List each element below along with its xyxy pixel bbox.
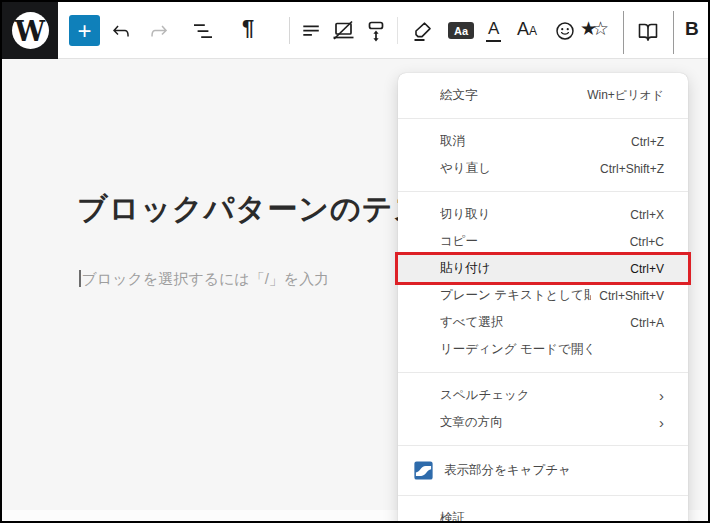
highlighter-button[interactable] [411, 19, 435, 43]
menu-item-label: すべて選択 [440, 314, 622, 331]
toolbar-separator [397, 17, 398, 44]
menu-item-inspect[interactable]: 検証 [398, 505, 688, 523]
menu-item-label: コピー [440, 233, 622, 250]
emoji-button[interactable] [554, 19, 576, 43]
undo-icon [109, 19, 133, 43]
menu-item-shortcut: Ctrl+C [630, 235, 664, 249]
block-placeholder-text: ブロックを選択するには「/」を入力 [82, 270, 330, 287]
align-left-icon [299, 19, 323, 43]
star-filled-icon: ★ [580, 18, 592, 39]
menu-item-reading-mode[interactable]: リーディング モードで開く [398, 336, 688, 363]
menu-item-label: 表示部分をキャプチャ [444, 462, 664, 479]
menu-item-cut[interactable]: 切り取りCtrl+X [398, 201, 688, 228]
menu-item-label: 絵文字 [440, 87, 579, 104]
highlighter-icon [411, 19, 435, 43]
text-style-button[interactable]: Aa [448, 22, 474, 39]
align-text-button[interactable] [299, 19, 323, 43]
menu-item-label: リーディング モードで開く [440, 341, 664, 358]
menu-item-redo[interactable]: やり直しCtrl+Shift+Z [398, 155, 688, 182]
menu-item-label: プレーン テキストとして貼り付ける [440, 287, 591, 304]
submenu-chevron-icon: › [659, 388, 664, 403]
underline-button[interactable]: A [486, 19, 501, 42]
menu-item-label: スペルチェック [440, 387, 651, 404]
menu-item-shortcut: Ctrl+X [630, 208, 664, 222]
open-book-icon [636, 19, 660, 43]
redo-button[interactable] [147, 19, 171, 43]
menu-item-shortcut: Ctrl+Z [631, 135, 664, 149]
wordpress-logo-button[interactable]: W [2, 2, 58, 59]
monitor-slash-icon [330, 18, 356, 44]
menu-item-shortcut: Win+ピリオド [587, 87, 664, 104]
menu-item-label: 取消 [440, 133, 623, 150]
font-size-big-glyph: A [517, 19, 529, 40]
text-caret [79, 270, 81, 287]
line-height-button[interactable] [364, 19, 388, 43]
wordpress-logo-icon: W [12, 12, 49, 49]
menu-item-select-all[interactable]: すべて選択Ctrl+A [398, 309, 688, 336]
menu-item-web-capture[interactable]: 表示部分をキャプチャ [398, 455, 688, 486]
menu-item-paste[interactable]: 貼り付けCtrl+V [398, 255, 688, 282]
menu-item-shortcut: Ctrl+V [630, 262, 664, 276]
reading-view-button[interactable] [636, 19, 660, 43]
font-size-button[interactable]: AA [517, 19, 537, 40]
editor-toolbar: W + ¶ [2, 2, 708, 59]
font-size-small-glyph: A [529, 24, 537, 38]
menu-item-label: 文章の方向 [440, 414, 651, 431]
menu-separator [398, 445, 688, 446]
menu-item-shortcut: Ctrl+Shift+Z [600, 162, 664, 176]
menu-item-text-direction[interactable]: 文章の方向› [398, 409, 688, 436]
star-outline-icon: ☆ [592, 18, 604, 39]
menu-separator [398, 118, 688, 119]
web-capture-icon [414, 461, 433, 480]
menu-separator [398, 191, 688, 192]
menu-item-paste-plain[interactable]: プレーン テキストとして貼り付けるCtrl+Shift+V [398, 282, 688, 309]
toolbar-separator [289, 17, 290, 44]
redo-icon [147, 19, 171, 43]
menu-separator [398, 372, 688, 373]
menu-item-emoji[interactable]: 絵文字Win+ピリオド [398, 82, 688, 109]
submenu-chevron-icon: › [659, 415, 664, 430]
smiley-icon [554, 20, 576, 42]
block-placeholder[interactable]: ブロックを選択するには「/」を入力 [79, 270, 329, 289]
context-menu: 絵文字Win+ピリオド取消Ctrl+Zやり直しCtrl+Shift+Z切り取りC… [398, 73, 688, 523]
toolbar-separator [673, 11, 674, 54]
favorites-button[interactable]: ★☆ [580, 17, 604, 40]
pilcrow-button[interactable]: ¶ [242, 15, 254, 41]
height-adjust-icon [364, 19, 388, 43]
menu-item-spell-check[interactable]: スペルチェック› [398, 382, 688, 409]
list-view-icon [191, 19, 215, 43]
menu-item-shortcut: Ctrl+Shift+V [599, 289, 664, 303]
menu-item-label: 検証 [440, 510, 664, 523]
undo-button[interactable] [109, 19, 133, 43]
menu-item-label: やり直し [440, 160, 592, 177]
toolbar-separator [623, 11, 624, 54]
inking-disabled-button[interactable] [330, 19, 356, 43]
menu-separator [398, 495, 688, 496]
app-window: W + ¶ [0, 0, 710, 523]
bold-button[interactable]: B [685, 18, 699, 40]
menu-item-copy[interactable]: コピーCtrl+C [398, 228, 688, 255]
menu-item-label: 切り取り [440, 206, 622, 223]
document-overview-button[interactable] [191, 19, 215, 43]
menu-item-shortcut: Ctrl+A [630, 316, 664, 330]
menu-item-label: 貼り付け [440, 260, 622, 277]
add-block-button[interactable]: + [69, 15, 100, 46]
menu-item-undo[interactable]: 取消Ctrl+Z [398, 128, 688, 155]
